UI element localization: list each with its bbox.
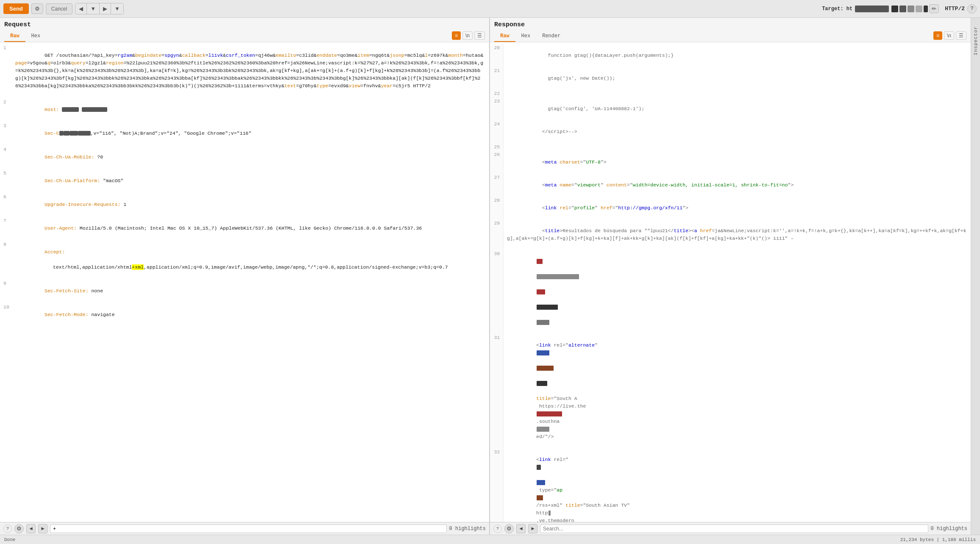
response-line-20-content: function gtag(){dataLayer.push(arguments… xyxy=(504,44,971,67)
tab-request-raw[interactable]: Raw xyxy=(4,31,25,42)
response-line-29: 29 <title>Resultados de búsqueda para ""… xyxy=(490,219,971,250)
request-newline-button[interactable]: \n xyxy=(462,31,473,40)
request-line-1: 1 GET /southasian/?api_key=rg2am&beginda… xyxy=(0,44,489,97)
response-prev-button[interactable]: ◀ xyxy=(516,524,526,533)
response-line-32-content: <link rel=" type="ap /rss+xml" title="So… xyxy=(504,448,971,522)
request-header: Request Raw Hex ≡ \n ☰ xyxy=(0,18,489,42)
request-code-content[interactable]: 1 GET /southasian/?api_key=rg2am&beginda… xyxy=(0,42,489,522)
response-line-28: 28 <link rel="profile" href="http://gmpg… xyxy=(490,197,971,219)
request-settings-button[interactable]: ⚙ xyxy=(14,524,24,533)
request-line-10: 10 Sec-Fetch-Mode: navigate xyxy=(0,303,489,326)
request-line-1-content: GET /southasian/?api_key=rg2am&begindate… xyxy=(15,44,486,97)
response-line-25-content xyxy=(504,143,971,151)
response-line-31-content: <link rel="alternate" title="South A htt… xyxy=(504,334,971,448)
response-search-input[interactable] xyxy=(540,525,928,533)
response-line-30-content xyxy=(504,250,971,334)
response-next-button[interactable]: ▶ xyxy=(528,524,537,533)
response-linenum-22: 22 xyxy=(490,90,504,97)
request-next-button[interactable]: ▶ xyxy=(38,524,47,533)
prev-dropdown-button[interactable]: ▼ xyxy=(87,3,100,14)
tab-response-raw[interactable]: Raw xyxy=(494,31,515,42)
response-newline-button[interactable]: \n xyxy=(944,31,954,40)
request-line-4-content: Sec-Ch-Ua-Mobile: ?0 xyxy=(15,146,103,169)
tab-request-hex[interactable]: Hex xyxy=(25,31,47,42)
response-title: Response xyxy=(494,21,966,28)
request-line-6: 6 Upgrade-Insecure-Requests: 1 xyxy=(0,193,489,216)
response-line-22: 22 xyxy=(490,90,971,97)
request-line-9: 9 Sec-Fetch-Site: none xyxy=(0,280,489,303)
statusbar: Done 21,234 bytes | 1,186 millis xyxy=(0,535,980,544)
response-menu-button[interactable]: ☰ xyxy=(956,31,966,40)
request-line-2-num: 2 xyxy=(3,98,12,121)
request-line-3-num: 3 xyxy=(3,122,12,145)
settings-icon-button[interactable]: ⚙ xyxy=(31,3,43,14)
request-line-2-content: Host: xyxy=(15,98,107,121)
color-swatch-gray[interactable] xyxy=(908,6,914,12)
request-line-6-content: Upgrade-Insecure-Requests: 1 xyxy=(15,193,126,216)
tab-response-hex[interactable]: Hex xyxy=(515,31,537,42)
response-linenum-24: 24 xyxy=(490,120,504,143)
next-dropdown-button[interactable]: ▼ xyxy=(111,3,123,14)
color-swatch-dark[interactable] xyxy=(891,6,898,12)
response-line-32: 32 <link rel=" type="ap /rss+xml" title=… xyxy=(490,448,971,522)
response-line-26: 26 <meta charset="UTF-8"> xyxy=(490,151,971,174)
request-line-7-num: 7 xyxy=(3,217,12,240)
request-line-7-content: User-Agent: Mozilla/5.0 (Macintosh; Inte… xyxy=(15,217,422,240)
request-bottom-bar: ? ⚙ ◀ ▶ 0 highlights xyxy=(0,522,489,535)
request-line-10-num: 10 xyxy=(3,303,12,326)
response-line-24: 24 </script>--> xyxy=(490,120,971,143)
response-linenum-20: 20 xyxy=(490,44,504,67)
response-format-pretty-button[interactable]: ≡ xyxy=(933,31,942,40)
response-line-26-content: <meta charset="UTF-8"> xyxy=(504,151,971,174)
response-tab-actions: ≡ \n ☰ xyxy=(933,31,966,42)
target-label: Target: ht xyxy=(822,6,852,12)
response-line-24-content: </script>--> xyxy=(504,120,971,143)
request-search-input[interactable] xyxy=(50,525,447,533)
request-line-1-num: 1 xyxy=(3,44,12,97)
toolbar: Send ⚙ Cancel ◀ ▼ ▶ ▼ Target: ht ✏ HTTP/… xyxy=(0,0,980,18)
request-menu-button[interactable]: ☰ xyxy=(474,31,485,40)
main-content: Request Raw Hex ≡ \n ☰ 1 GET /southasian… xyxy=(0,18,980,535)
response-line-27: 27 <meta name="viewport" content="width=… xyxy=(490,174,971,197)
next-button[interactable]: ▶ xyxy=(100,3,111,14)
response-code-content[interactable]: 20 function gtag(){dataLayer.push(argume… xyxy=(490,42,971,522)
request-help-button[interactable]: ? xyxy=(3,525,12,533)
request-panel: Request Raw Hex ≡ \n ☰ 1 GET /southasian… xyxy=(0,18,490,535)
send-button[interactable]: Send xyxy=(3,3,29,14)
prev-button[interactable]: ◀ xyxy=(75,3,87,14)
response-line-31: 31 <link rel="alternate" title="South A … xyxy=(490,334,971,448)
color-swatch-narrow[interactable] xyxy=(924,6,928,12)
response-line-22-content xyxy=(504,90,971,97)
response-tab-bar: Raw Hex Render ≡ \n ☰ xyxy=(494,31,966,42)
response-linenum-27: 27 xyxy=(490,174,504,197)
color-palette: ✏ xyxy=(891,4,939,13)
target-display: Target: ht xyxy=(822,6,889,12)
tab-response-render[interactable]: Render xyxy=(536,31,566,42)
request-line-6-num: 6 xyxy=(3,193,12,216)
response-help-button[interactable]: ? xyxy=(493,525,502,533)
response-linenum-28: 28 xyxy=(490,197,504,219)
request-line-8-content: Accept: text/html,application/xhtml+xml,… xyxy=(15,241,448,279)
request-line-8: 8 Accept: text/html,application/xhtml+xm… xyxy=(0,241,489,279)
help-button[interactable]: ? xyxy=(967,4,977,14)
color-swatch-medium[interactable] xyxy=(899,6,906,12)
request-line-5: 5 Sec-Ch-Ua-Platform: "macOS" xyxy=(0,169,489,192)
request-tab-actions: ≡ \n ☰ xyxy=(452,31,485,42)
request-line-5-content: Sec-Ch-Ua-Platform: "macOS" xyxy=(15,169,123,192)
request-format-pretty-button[interactable]: ≡ xyxy=(452,31,461,40)
request-line-7: 7 User-Agent: Mozilla/5.0 (Macintosh; In… xyxy=(0,217,489,240)
request-tab-bar: Raw Hex ≡ \n ☰ xyxy=(4,31,485,42)
response-linenum-32: 32 xyxy=(490,448,504,522)
request-line-9-content: Sec-Fetch-Site: none xyxy=(15,280,103,303)
status-right: 21,234 bytes | 1,186 millis xyxy=(900,537,976,542)
cancel-button[interactable]: Cancel xyxy=(46,3,72,14)
request-line-9-num: 9 xyxy=(3,280,12,303)
request-prev-button[interactable]: ◀ xyxy=(26,524,36,533)
pen-icon-button[interactable]: ✏ xyxy=(929,4,939,13)
response-line-21: 21 gtag('js', new Date()); xyxy=(490,67,971,90)
response-line-23: 23 gtag('config', 'UA-114408882-1'); xyxy=(490,97,971,120)
color-swatch-light[interactable] xyxy=(916,6,922,12)
response-settings-button[interactable]: ⚙ xyxy=(504,524,514,533)
request-title: Request xyxy=(4,21,485,28)
status-left: Done xyxy=(4,537,900,542)
